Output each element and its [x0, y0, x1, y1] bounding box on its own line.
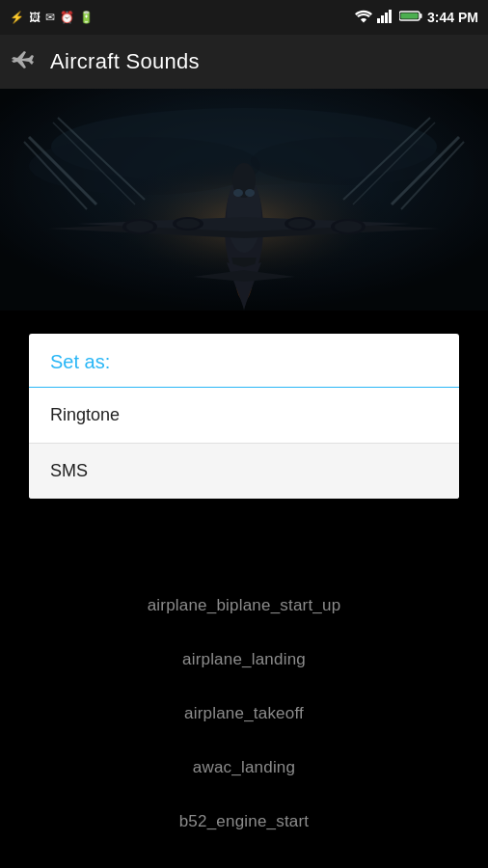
svg-rect-2 — [385, 13, 388, 23]
set-as-dialog: Set as: Ringtone SMS — [29, 334, 459, 499]
status-bar: ⚡ 🖼 ✉ ⏰ 🔋 — [0, 0, 488, 35]
battery-icon — [399, 10, 422, 25]
wifi-icon — [355, 10, 372, 26]
svg-rect-5 — [420, 14, 422, 18]
image-icon: 🖼 — [29, 11, 41, 24]
status-time: 3:44 PM — [427, 10, 478, 25]
dialog-title-text: Set as: — [50, 351, 110, 372]
sms-label: SMS — [50, 461, 88, 480]
clock-icon: ⏰ — [60, 11, 74, 24]
app-bar-title: Aircraft Sounds — [50, 49, 200, 74]
usb-icon: ⚡ — [10, 11, 24, 24]
airplane-icon — [12, 48, 41, 75]
sms-option[interactable]: SMS — [29, 444, 459, 499]
status-bar-left: ⚡ 🖼 ✉ ⏰ 🔋 — [10, 11, 94, 24]
svg-rect-3 — [389, 10, 392, 23]
mail-icon: ✉ — [45, 11, 55, 24]
dialog-title-container: Set as: — [29, 334, 459, 388]
ringtone-label: Ringtone — [50, 405, 120, 424]
app-bar: Aircraft Sounds — [0, 35, 488, 89]
ringtone-option[interactable]: Ringtone — [29, 388, 459, 444]
signal-icon — [377, 10, 394, 26]
svg-rect-0 — [377, 18, 380, 23]
status-bar-right: 3:44 PM — [355, 10, 478, 26]
battery-full-icon: 🔋 — [79, 11, 94, 24]
svg-rect-6 — [401, 14, 419, 19]
svg-rect-1 — [381, 15, 384, 23]
